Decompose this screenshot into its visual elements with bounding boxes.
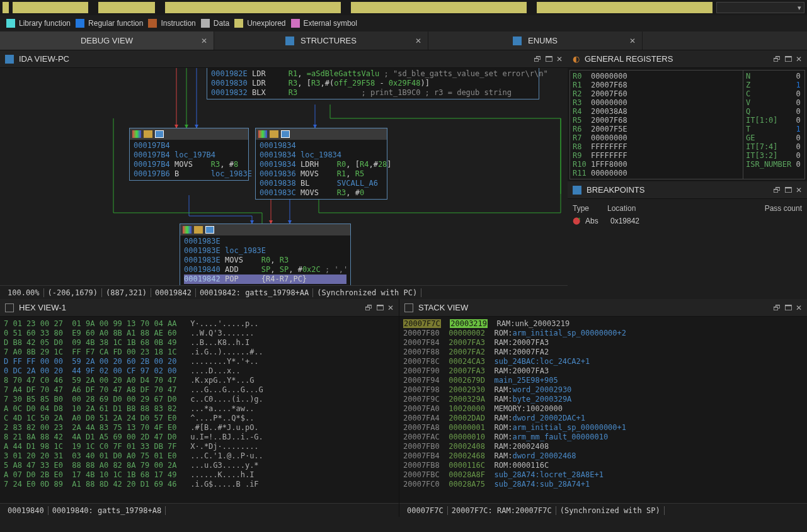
ida-view-status: 100.00% (-206,1679) (887,321) 00019842 0… <box>0 285 568 299</box>
node-icon <box>132 130 141 138</box>
legend-bar: Library function Regular function Instru… <box>0 15 807 31</box>
breakpoints-header: BREAKPOINTS 🗗 🗖 ✕ <box>568 181 807 199</box>
node-icon <box>258 130 267 138</box>
breakpoints-body[interactable]: Type Location Pass count ⬤+ Abs 0x19842 <box>568 199 807 299</box>
graph-node[interactable]: 0001983E 0001983E loc_1983E 0001983E MOV… <box>180 224 351 285</box>
hex-icon <box>5 303 14 312</box>
window-restore-icon[interactable]: 🗗 <box>365 303 372 312</box>
registers-header: ◐ GENERAL REGISTERS 🗗 🗖 ✕ <box>568 50 807 68</box>
registers-body[interactable]: R0 00000000R1 20007F68R2 20007F60R3 0000… <box>568 68 807 181</box>
main-tabs: DEBUG VIEW ✕ STRUCTURES ✕ ENUMS ✕ <box>0 31 807 50</box>
node-icon <box>281 130 290 138</box>
graph-view[interactable]: 0001982E LDR R1, =aSdBleGattsValu ; "sd_… <box>0 68 568 285</box>
node-icon <box>270 130 278 138</box>
node-icon <box>144 130 152 138</box>
node-icon <box>205 226 214 234</box>
legend-swatch-external <box>291 19 300 28</box>
node-icon <box>155 130 164 138</box>
close-icon[interactable]: ✕ <box>415 37 421 45</box>
struct-icon <box>285 37 294 45</box>
panel-icon <box>5 55 14 64</box>
tab-structures[interactable]: STRUCTURES ✕ <box>214 31 428 50</box>
legend-swatch-unexplored <box>234 19 243 28</box>
window-max-icon[interactable]: 🗖 <box>376 303 384 312</box>
panel-title: HEX VIEW-1 <box>19 303 66 312</box>
window-max-icon[interactable]: 🗖 <box>784 303 792 312</box>
tab-enums[interactable]: ENUMS ✕ <box>428 31 643 50</box>
ida-view-header: IDA VIEW-PC 🗗 🗖 ✕ <box>0 50 568 68</box>
panel-title: STACK VIEW <box>418 303 468 312</box>
close-icon[interactable]: ✕ <box>387 303 394 312</box>
nav-segment[interactable] <box>351 2 527 13</box>
close-icon[interactable]: ✕ <box>629 37 636 45</box>
window-restore-icon[interactable]: 🗗 <box>534 55 541 64</box>
window-restore-icon[interactable]: 🗗 <box>773 55 781 64</box>
stack-icon <box>404 303 413 312</box>
close-icon[interactable]: ✕ <box>796 303 802 312</box>
enum-icon <box>513 37 522 45</box>
hex-status: 00019840 00019840: gatts_19798+A8 <box>0 503 399 517</box>
nav-dropdown[interactable]: ▾ <box>716 2 804 13</box>
node-icon <box>183 226 192 234</box>
navigation-bar: ▾ <box>0 0 807 15</box>
panel-title: IDA VIEW-PC <box>19 54 69 64</box>
breakpoint-row[interactable]: ⬤+ Abs 0x19842 <box>568 215 807 227</box>
nav-segment[interactable] <box>13 2 88 13</box>
node-icon <box>194 226 203 234</box>
nav-segment[interactable] <box>98 2 155 13</box>
close-icon[interactable]: ✕ <box>796 186 802 195</box>
panel-title: GENERAL REGISTERS <box>585 54 673 64</box>
graph-node[interactable]: 000197B4 000197B4 loc_197B4 000197B4 MOV… <box>129 128 249 181</box>
close-icon[interactable]: ✕ <box>556 55 563 64</box>
nav-segment[interactable] <box>3 2 9 13</box>
legend-swatch-data <box>201 19 210 28</box>
close-icon[interactable]: ✕ <box>796 55 802 64</box>
stack-status: 00007F7C 20007F7C: RAM:20007F7C (Synchro… <box>399 503 807 517</box>
hex-view-header: HEX VIEW-1 🗗 🗖 ✕ <box>0 299 399 317</box>
panel-title: BREAKPOINTS <box>587 185 644 195</box>
close-icon[interactable]: ✕ <box>201 37 207 45</box>
legend-swatch-regular <box>76 19 84 28</box>
window-max-icon[interactable]: 🗖 <box>784 186 792 195</box>
panel-icon <box>573 186 581 195</box>
hex-body[interactable]: 7 01 23 00 27 01 9A 00 99 13 70 04 AA Y·… <box>0 317 399 503</box>
registers-icon: ◐ <box>573 54 580 64</box>
breakpoint-icon: ⬤+ <box>573 217 581 225</box>
stack-body[interactable]: 20007F7C 20003219 RAM:unk_2000321920007F… <box>399 317 807 503</box>
window-max-icon[interactable]: 🗖 <box>545 55 552 64</box>
nav-segment[interactable] <box>165 2 341 13</box>
graph-node[interactable]: 00019834 00019834 loc_19834 00019834 LDR… <box>255 128 387 200</box>
stack-view-header: STACK VIEW 🗗 🗖 ✕ <box>399 299 807 317</box>
window-restore-icon[interactable]: 🗗 <box>773 303 781 312</box>
legend-swatch-library <box>6 19 15 28</box>
window-max-icon[interactable]: 🗖 <box>784 55 792 64</box>
legend-swatch-instruction <box>148 19 157 28</box>
window-restore-icon[interactable]: 🗗 <box>773 186 781 195</box>
graph-node[interactable]: 0001982E LDR R1, =aSdBleGattsValu ; "sd_… <box>207 68 539 99</box>
tab-debug-view[interactable]: DEBUG VIEW ✕ <box>0 31 214 50</box>
nav-segment[interactable] <box>537 2 713 13</box>
